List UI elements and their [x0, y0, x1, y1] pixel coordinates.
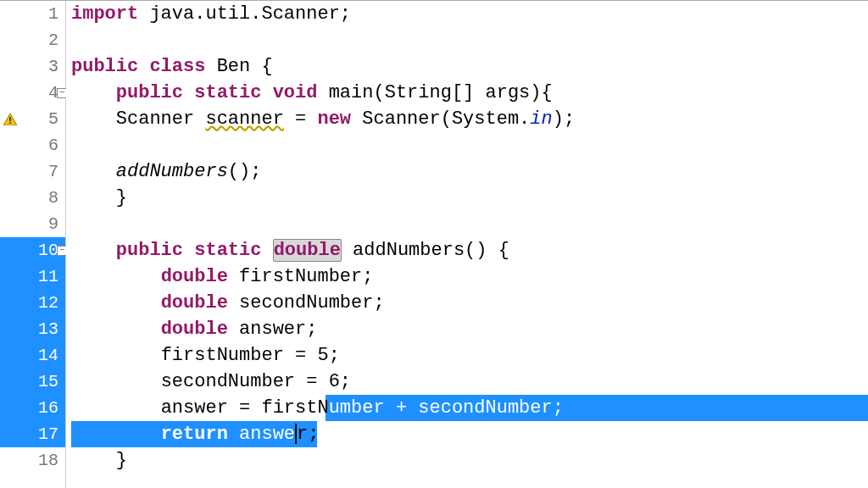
warning-icon: [3, 114, 17, 125]
code-line: [66, 132, 868, 158]
svg-rect-2: [9, 122, 11, 124]
code-line: double answer;: [66, 316, 868, 342]
gutter-line: 10−: [0, 237, 65, 263]
gutter-line: 16: [0, 395, 65, 421]
gutter-line: 15: [0, 369, 65, 395]
gutter-line: 18: [0, 447, 65, 474]
code-line: firstNumber = 5;: [66, 342, 868, 369]
gutter-line: 14: [0, 342, 65, 369]
code-line: [66, 211, 868, 237]
gutter-line: 11: [0, 263, 65, 290]
code-line: secondNumber = 6;: [66, 369, 868, 395]
code-line: answer = firstNumber + secondNumber;: [66, 395, 868, 421]
gutter-line: 2: [0, 27, 65, 53]
gutter-line: 3: [0, 53, 65, 80]
gutter-line: 17: [0, 421, 65, 447]
gutter-line: 5: [0, 106, 65, 132]
code-line: public static double addNumbers() {: [66, 237, 868, 263]
code-line: }: [66, 447, 868, 474]
code-line: addNumbers();: [66, 158, 868, 185]
code-line: public class Ben {: [66, 53, 868, 80]
code-line: Scanner scanner = new Scanner(System.in)…: [66, 106, 868, 132]
gutter-line: 8: [0, 185, 65, 211]
gutter-line: 6: [0, 132, 65, 158]
line-number-gutter: 1 2 3 4− 5 6 7 8 9 10− 11 12 13 14 15 16…: [0, 1, 66, 488]
gutter-line: 7: [0, 158, 65, 185]
code-line: }: [66, 185, 868, 211]
gutter-line: 12: [0, 290, 65, 316]
gutter-line: 13: [0, 316, 65, 342]
gutter-line: 4−: [0, 80, 65, 106]
code-line: import java.util.Scanner;: [66, 1, 868, 27]
code-editor[interactable]: import java.util.Scanner; public class B…: [66, 1, 868, 488]
code-line: [66, 27, 868, 53]
code-line: public static void main(String[] args){: [66, 80, 868, 106]
code-line: double secondNumber;: [66, 290, 868, 316]
gutter-line: 9: [0, 211, 65, 237]
svg-rect-1: [9, 117, 11, 121]
text-cursor: [295, 424, 297, 444]
code-line: return answer;: [66, 421, 868, 447]
code-line: double firstNumber;: [66, 263, 868, 290]
gutter-line: 1: [0, 1, 65, 27]
